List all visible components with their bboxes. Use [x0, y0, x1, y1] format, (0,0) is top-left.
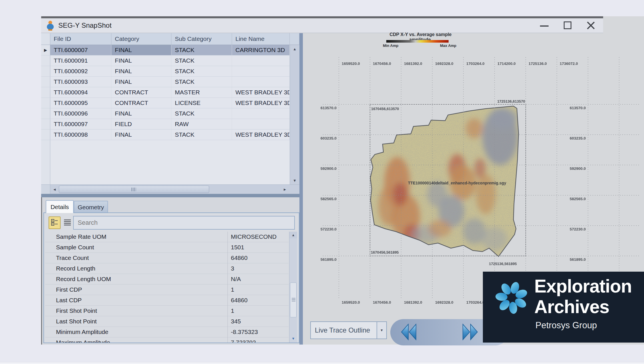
table-row[interactable]: TTI.6000094CONTRACTMASTERWEST BRADLEY 3D	[41, 87, 299, 98]
close-button[interactable]	[582, 18, 600, 33]
property-scroll-thumb[interactable]	[290, 283, 297, 317]
row-gutter[interactable]	[41, 77, 50, 87]
property-name[interactable]: Minimum Amplitude	[45, 327, 227, 337]
cell-sub-category[interactable]: MASTER	[171, 87, 232, 98]
column-header-sub-category[interactable]: Sub Category	[171, 33, 232, 45]
cell-sub-category[interactable]: STACK	[171, 108, 232, 119]
table-row[interactable]: TTI.6000095CONTRACTLICENSEWEST BRADLEY 3…	[41, 98, 299, 108]
trace-outline-combobox[interactable]: Live Trace Outline ▼	[310, 321, 387, 339]
cell-category[interactable]: FINAL	[111, 55, 171, 66]
tab-geometry[interactable]: Geometry	[74, 201, 108, 213]
cell-file-id[interactable]: TTI.6000091	[50, 55, 111, 66]
title-bar[interactable]: SEG-Y SnapShot	[41, 18, 603, 33]
fast-forward-button[interactable]	[461, 323, 479, 341]
column-header-line-name[interactable]: Line Name	[232, 33, 290, 45]
minimize-button[interactable]	[535, 18, 553, 33]
cell-file-id[interactable]: TTI.6000096	[50, 108, 111, 119]
cell-sub-category[interactable]: STACK	[171, 66, 232, 77]
table-row[interactable]: TTI.6000096FINALSTACK	[41, 108, 299, 119]
cell-line-name[interactable]	[232, 55, 290, 66]
cell-file-id[interactable]: TTI.6000098	[50, 130, 111, 140]
property-row[interactable]: Last Shot Point345	[45, 316, 289, 327]
cell-file-id[interactable]: TTI.6000097	[50, 119, 111, 130]
table-row[interactable]: TTI.6000092FINALSTACK	[41, 66, 299, 77]
search-input[interactable]	[73, 216, 295, 230]
row-gutter[interactable]: ▶	[41, 45, 50, 55]
row-gutter[interactable]	[41, 66, 50, 77]
cell-category[interactable]: FINAL	[111, 45, 171, 55]
property-row[interactable]: Sample Rate UOMMICROSECOND	[45, 232, 289, 242]
cell-file-id[interactable]: TTI.6000095	[50, 98, 111, 108]
scroll-left-icon[interactable]: ◄	[50, 185, 59, 194]
hscroll-thumb[interactable]	[59, 186, 209, 193]
list-view-button[interactable]	[62, 218, 73, 228]
cell-file-id[interactable]: TTI.6000007	[50, 45, 111, 55]
property-scroll-down-icon[interactable]: ▼	[289, 335, 297, 342]
row-gutter[interactable]	[41, 87, 50, 98]
column-header-file-id[interactable]: File ID	[50, 33, 111, 45]
splitter-bar[interactable]	[41, 194, 299, 197]
cell-file-id[interactable]: TTI.6000094	[50, 87, 111, 98]
scroll-right-icon[interactable]: ►	[281, 185, 289, 194]
cell-line-name[interactable]: WEST BRADLEY 3D	[232, 87, 290, 98]
property-vscrollbar[interactable]: ▲ ▼	[289, 232, 297, 343]
grid-vscrollbar[interactable]: ▲ ▼	[290, 45, 299, 184]
cell-sub-category[interactable]: STACK	[171, 55, 232, 66]
cell-category[interactable]: FINAL	[111, 77, 171, 87]
cell-category[interactable]: FINAL	[111, 130, 171, 140]
cell-sub-category[interactable]: STACK	[171, 77, 232, 87]
cell-sub-category[interactable]: RAW	[171, 119, 232, 130]
property-value[interactable]: 1	[227, 285, 289, 295]
row-gutter[interactable]	[41, 108, 50, 119]
property-name[interactable]: Record Length UOM	[45, 274, 227, 285]
rewind-button[interactable]	[399, 323, 418, 341]
property-row[interactable]: First CDP1	[45, 285, 289, 295]
table-row[interactable]: TTI.6000091FINALSTACK	[41, 55, 299, 66]
cell-category[interactable]: FIELD	[111, 119, 171, 130]
property-value[interactable]: 1501	[227, 242, 289, 253]
property-row[interactable]: Record Length UOMN/A	[45, 274, 289, 285]
cell-sub-category[interactable]: LICENSE	[171, 98, 232, 108]
property-value[interactable]: MICROSECOND	[227, 232, 289, 242]
property-row[interactable]: Trace Count64860	[45, 253, 289, 263]
cell-file-id[interactable]: TTI.6000092	[50, 66, 111, 77]
property-value[interactable]: 7.723702	[227, 337, 289, 343]
row-gutter[interactable]	[41, 130, 50, 140]
cell-line-name[interactable]	[232, 108, 290, 119]
property-name[interactable]: Sample Count	[45, 242, 227, 253]
property-row[interactable]: Sample Count1501	[45, 242, 289, 253]
row-gutter[interactable]	[41, 98, 50, 108]
property-value[interactable]: 1	[227, 306, 289, 316]
column-header-category[interactable]: Category	[111, 33, 171, 45]
property-value[interactable]: 64860	[227, 253, 289, 263]
cell-file-id[interactable]: TTI.6000093	[50, 77, 111, 87]
cell-line-name[interactable]	[232, 119, 290, 130]
table-row[interactable]: TTI.6000097FIELDRAW	[41, 119, 299, 130]
cell-sub-category[interactable]: STACK	[171, 45, 232, 55]
cell-line-name[interactable]	[232, 77, 290, 87]
cell-sub-category[interactable]: STACK	[171, 130, 232, 140]
property-row[interactable]: First Shot Point1	[45, 306, 289, 316]
property-row[interactable]: Last CDP64860	[45, 295, 289, 306]
cell-category[interactable]: FINAL	[111, 108, 171, 119]
maximize-button[interactable]	[558, 18, 577, 33]
property-value[interactable]: N/A	[227, 274, 289, 285]
categorized-view-button[interactable]	[49, 216, 61, 229]
combobox-dropdown-button[interactable]: ▼	[377, 322, 386, 339]
table-row[interactable]: TTI.6000098FINALSTACKWEST BRADLEY 3D	[41, 130, 299, 140]
property-name[interactable]: Maximum Amplitude	[45, 337, 227, 343]
property-value[interactable]: 64860	[227, 295, 289, 306]
property-value[interactable]: 345	[227, 316, 289, 327]
scroll-down-icon[interactable]: ▼	[290, 176, 299, 184]
row-gutter[interactable]	[41, 55, 50, 66]
grid-hscrollbar[interactable]: ◄ ►	[41, 184, 299, 194]
panel-divider[interactable]	[299, 33, 303, 345]
property-value[interactable]: 3	[227, 263, 289, 274]
cell-category[interactable]: FINAL	[111, 66, 171, 77]
property-name[interactable]: First Shot Point	[45, 306, 227, 316]
property-name[interactable]: Last Shot Point	[45, 316, 227, 327]
cell-line-name[interactable]: CARRINGTON 3D	[232, 45, 290, 55]
property-name[interactable]: Trace Count	[45, 253, 227, 263]
scroll-up-icon[interactable]: ▲	[290, 45, 299, 53]
property-scroll-up-icon[interactable]: ▲	[289, 232, 297, 238]
